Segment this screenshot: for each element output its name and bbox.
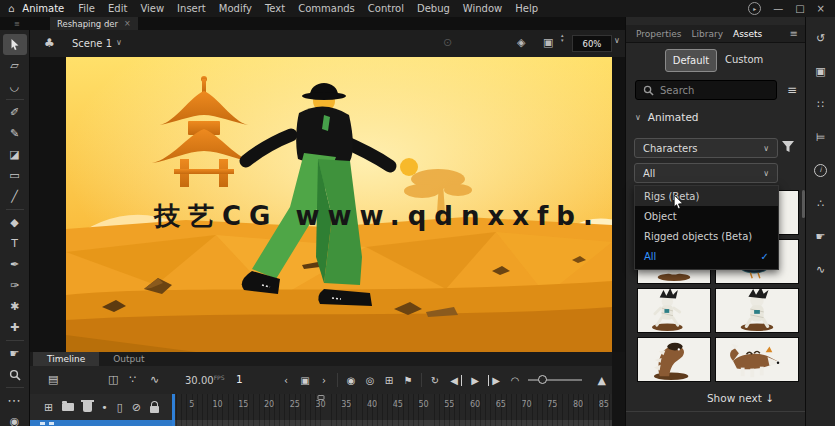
selected-layer-row[interactable] [30, 420, 172, 426]
slider-knob[interactable] [538, 375, 547, 384]
tab-properties[interactable]: Properties [636, 29, 681, 39]
onion-range-button[interactable]: ◠ [509, 375, 521, 386]
classic-brush-tool[interactable]: ✎ [3, 123, 27, 144]
menu-item-insert[interactable]: Insert [177, 3, 206, 14]
menu-item-modify[interactable]: Modify [219, 3, 252, 14]
close-button[interactable]: × [817, 3, 825, 14]
show-next-button[interactable]: Show next ↓ [707, 392, 774, 404]
tab-assets[interactable]: Assets [733, 29, 762, 39]
playhead[interactable] [172, 394, 175, 426]
dropdown-item-3[interactable]: All✓ [635, 246, 778, 266]
toolbar-menu-icon[interactable]: ≡ [14, 20, 20, 28]
stage-canvas[interactable]: 技艺CG www.qdnxxfb. [66, 57, 612, 352]
next-keyframe-button[interactable]: › [318, 375, 330, 386]
minimize-button[interactable]: — [773, 3, 783, 14]
timeline-zoom-icon[interactable]: ▲ [598, 374, 612, 387]
menu-item-text[interactable]: Text [265, 3, 285, 14]
line-tool[interactable]: ╱ [3, 186, 27, 207]
outline-toggle[interactable]: ▯ [117, 401, 123, 414]
menu-item-commands[interactable]: Commands [298, 3, 355, 14]
hide-toggle[interactable]: ⊘ [132, 401, 141, 414]
more-tools[interactable]: ••• [3, 390, 27, 411]
tab-output[interactable]: Output [99, 352, 158, 366]
play-button[interactable]: ▶ [469, 375, 481, 386]
menu-item-control[interactable]: Control [368, 3, 404, 14]
menu-item-window[interactable]: Window [463, 3, 502, 14]
asset-thumb-mummy-stand[interactable] [715, 288, 799, 333]
home-icon[interactable]: ⌂ [8, 3, 14, 14]
step-back-button[interactable]: ◀ [448, 375, 462, 386]
share-button[interactable]: ▸ [748, 2, 761, 15]
current-frame-display[interactable]: 1 [236, 373, 243, 385]
delete-layer-button[interactable] [83, 402, 92, 412]
gesture-panel-icon[interactable]: ☛ [810, 229, 832, 243]
type-select[interactable]: All ∨ [634, 163, 778, 183]
layer-frame-cells[interactable] [172, 420, 612, 426]
loop-button[interactable]: ↻ [429, 375, 441, 386]
lasso-tool[interactable]: ◡ [3, 76, 27, 97]
menu-item-help[interactable]: Help [515, 3, 538, 14]
panel-menu-icon[interactable]: ≡ [790, 28, 798, 39]
onion-skin-button[interactable]: ◉ [345, 375, 357, 386]
free-transform-tool[interactable]: ▱ [3, 55, 27, 76]
onion-outlines-button[interactable]: ◎ [364, 375, 376, 386]
animated-section-header[interactable]: ∨ Animated [635, 111, 699, 123]
tab-library[interactable]: Library [691, 29, 722, 39]
maximize-button[interactable]: □ [795, 3, 804, 14]
graph-editor-icon[interactable]: ∿ [150, 373, 159, 386]
camera-tool[interactable]: ◉ [3, 411, 27, 426]
new-folder-button[interactable] [62, 403, 74, 411]
asset-thumb-dino[interactable] [637, 337, 711, 382]
motion-panel-icon[interactable]: ∴ [810, 196, 832, 210]
menu-item-debug[interactable]: Debug [417, 3, 450, 14]
zoom-stepper[interactable]: ▴▾ [561, 33, 564, 43]
asset-warp-tool[interactable]: ✱ [3, 296, 27, 317]
rotate-view-icon[interactable]: ◈ [517, 36, 525, 49]
menu-item-view[interactable]: View [140, 3, 164, 14]
graph-panel-icon[interactable]: ∿ [810, 262, 832, 276]
frames-ruler[interactable]: 51015202530354045505560657075808590 [172, 394, 612, 426]
custom-button[interactable]: Custom [725, 54, 763, 65]
zoom-chevron-icon[interactable]: ∨ [614, 36, 620, 45]
category-select[interactable]: Characters ∨ [634, 138, 778, 158]
scene-name[interactable]: Scene 1 [72, 38, 112, 49]
default-button[interactable]: Default [665, 49, 717, 72]
frame-flag-button[interactable]: ⚑ [402, 375, 414, 386]
asset-thumb-mummy-walk[interactable] [637, 288, 711, 333]
search-input[interactable]: Search [635, 80, 777, 100]
filter-icon[interactable] [781, 140, 795, 153]
ink-bottle-tool[interactable]: ✒ [3, 254, 27, 275]
fps-display[interactable]: 30.00FPS [185, 374, 225, 386]
image-panel-icon[interactable]: ▣ [810, 64, 832, 78]
selection-tool[interactable] [3, 34, 27, 55]
align-panel-icon[interactable]: ⊨ [810, 130, 832, 144]
rectangle-tool[interactable]: ▭ [3, 165, 27, 186]
pen-tool[interactable]: ✑ [3, 275, 27, 296]
center-frame-button[interactable]: ▣ [299, 375, 311, 386]
new-layer-button[interactable]: ⊞ [44, 401, 53, 414]
asset-thumb-wolf[interactable] [715, 337, 799, 382]
prev-keyframe-button[interactable]: ‹ [280, 375, 292, 386]
bone-tool[interactable]: ✚ [3, 317, 27, 338]
info-panel-icon[interactable]: i [810, 163, 832, 177]
document-tab[interactable]: Reshaping der × [50, 17, 138, 30]
hand-tool[interactable]: ☛ [3, 343, 27, 364]
orbit-panel-icon[interactable]: ↺ [810, 31, 832, 45]
layers-icon[interactable]: ▤ [48, 373, 58, 386]
dropdown-item-0[interactable]: Rigs (Beta) [635, 186, 778, 206]
zoom-tool[interactable] [3, 364, 27, 385]
frame-marker-30[interactable] [317, 395, 324, 400]
dropdown-item-1[interactable]: Object [635, 206, 778, 226]
zoom-level-input[interactable]: 60% [572, 35, 612, 52]
timeline-zoom-slider[interactable] [528, 379, 582, 381]
advanced-layers-icon[interactable]: ∵ [129, 373, 136, 386]
lock-toggle[interactable] [150, 401, 159, 413]
center-stage-icon[interactable]: ⊙ [443, 36, 452, 49]
chevron-down-icon[interactable]: ∨ [116, 38, 122, 47]
eraser-tool[interactable]: ◪ [3, 144, 27, 165]
close-tab-icon[interactable]: × [124, 19, 131, 28]
tab-timeline[interactable]: Timeline [33, 352, 99, 366]
menu-item-file[interactable]: File [78, 3, 95, 14]
show-all-dot[interactable]: • [101, 401, 108, 414]
clip-content-icon[interactable]: ▣ [543, 36, 553, 49]
